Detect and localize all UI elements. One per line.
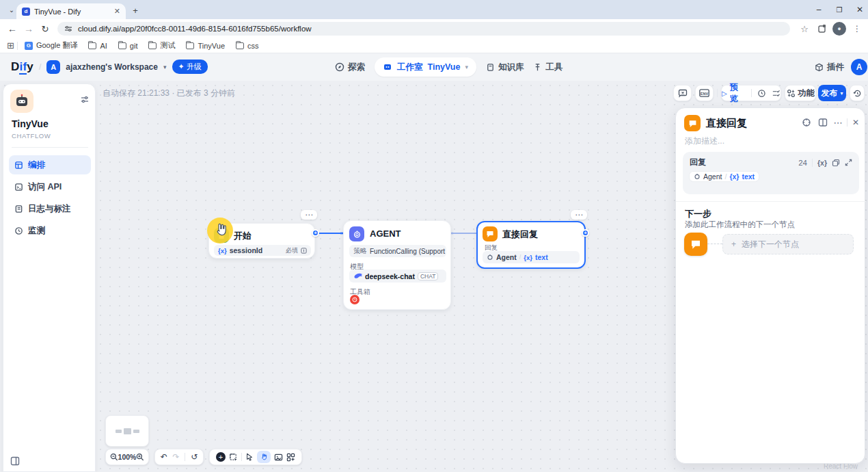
answer-node-more-button[interactable]: ⋯ [571, 210, 587, 220]
zoom-out-icon[interactable] [110, 453, 118, 461]
variable-icon: {x} [218, 247, 227, 254]
divider [847, 118, 847, 127]
model-type-badge: CHAT [418, 272, 439, 280]
answer-node-title: 直接回复 [502, 228, 538, 241]
focus-node-icon[interactable] [802, 118, 811, 127]
divider [751, 89, 752, 97]
description-placeholder[interactable]: 添加描述... [685, 135, 724, 147]
undo-icon[interactable]: ↶ [161, 452, 167, 462]
play-icon: ▷ [722, 90, 727, 97]
agent-ref-icon [487, 254, 493, 261]
hand-mode-icon [260, 453, 268, 461]
divider [241, 453, 242, 461]
variable-chip[interactable]: Agent / {x} text [690, 172, 759, 181]
minimap[interactable] [105, 415, 149, 447]
zoom-in-icon[interactable] [136, 453, 144, 461]
start-node-more-button[interactable]: ⋯ [301, 210, 317, 220]
export-image-icon[interactable] [274, 453, 283, 462]
panel-node-icon [684, 115, 701, 131]
select-next-node-button[interactable]: + 选择下一个节点 [722, 234, 854, 254]
next-step-desc: 添加此工作流程中的下一个节点 [685, 220, 795, 230]
copy-icon[interactable] [832, 159, 840, 167]
start-node-title: 开始 [234, 230, 252, 242]
canvas-tools: + [209, 449, 302, 465]
hand-mode-button[interactable] [257, 451, 271, 463]
answer-node-output-port[interactable]: + [582, 229, 589, 237]
agent-node-icon [349, 226, 364, 241]
history-controls: ↶ ↷ ↺ [154, 449, 204, 465]
history-icon [853, 89, 862, 98]
text-input-icon [301, 248, 307, 254]
panel-more-icon[interactable]: ⋯ [832, 116, 844, 129]
svg-text:ENV: ENV [701, 92, 709, 96]
plus-icon: + [731, 239, 736, 249]
minimap-node [124, 428, 131, 434]
start-var-row[interactable]: {x} sessionId 必填 [214, 245, 311, 256]
conversation-variables-icon [678, 88, 688, 98]
start-node-output-port[interactable]: + [312, 229, 319, 237]
expand-icon[interactable] [845, 159, 852, 166]
divider [717, 89, 718, 97]
change-history-icon[interactable]: ↺ [191, 452, 198, 462]
divider [812, 159, 813, 167]
app-root: ⌄ d TinyVue - Dify ✕ + – ❐ ✕ ← → ↻ cloud… [0, 0, 868, 472]
version-history-button[interactable] [850, 85, 865, 101]
run-history-icon[interactable] [757, 89, 766, 98]
conversation-variables-button[interactable] [673, 85, 692, 101]
agent-ref-icon [694, 173, 701, 180]
deepseek-icon [353, 272, 362, 280]
preview-group: ▷预览 [721, 85, 781, 101]
next-step-title: 下一步 [685, 208, 711, 220]
next-step-connector [707, 244, 722, 244]
node-agent[interactable]: AGENT 策略 FunctionCalling (Support M... 模… [343, 220, 451, 310]
env-variables-button[interactable]: ENV [695, 85, 714, 101]
add-note-icon[interactable] [229, 453, 238, 462]
panel-close-icon[interactable]: ✕ [850, 116, 862, 129]
minimap-node [116, 430, 122, 433]
next-step-source-icon [684, 233, 707, 256]
redo-icon[interactable]: ↷ [173, 452, 180, 462]
checklist-icon[interactable] [772, 89, 781, 98]
reply-editor-card[interactable]: 回复 24 {x} Agent / {x} text [683, 152, 859, 194]
agent-tool-icon[interactable] [350, 295, 360, 304]
minimap-node [133, 430, 139, 433]
agent-model-row[interactable]: deepseek-chat CHAT [349, 270, 446, 283]
agent-node-title: AGENT [370, 228, 401, 239]
panel-title[interactable]: 直接回复 [706, 117, 747, 130]
answer-node-icon [483, 226, 498, 241]
divider [676, 201, 866, 202]
publish-chevron-icon: ▾ [840, 90, 843, 96]
hand-cursor-icon [213, 222, 228, 238]
zoom-controls: 100% [105, 449, 149, 465]
pointer-mode-icon[interactable] [245, 453, 254, 461]
preview-button[interactable]: ▷预览 [722, 81, 746, 105]
node-answer[interactable]: 直接回复 回复 Agent / {x} text [476, 221, 586, 269]
organize-nodes-icon[interactable] [286, 453, 295, 462]
divider [185, 453, 185, 461]
add-node-icon[interactable]: + [216, 452, 226, 462]
features-icon [787, 89, 796, 98]
env-variables-icon: ENV [699, 89, 709, 97]
answer-var-row[interactable]: Agent / {x} text [483, 251, 580, 263]
insert-variable-icon[interactable]: {x} [817, 159, 827, 167]
publish-button[interactable]: 发布▾ [818, 85, 846, 101]
char-count: 24 [798, 159, 807, 167]
reply-label: 回复 [690, 157, 706, 168]
zoom-level[interactable]: 100% [118, 453, 137, 461]
split-view-icon[interactable] [818, 118, 828, 127]
agent-strategy-row[interactable]: 策略 FunctionCalling (Support M... [349, 245, 446, 257]
node-config-panel: 直接回复 ⋯ ✕ 添加描述... 回复 24 {x} Agent [675, 107, 865, 464]
features-button[interactable]: 功能 [785, 85, 816, 101]
